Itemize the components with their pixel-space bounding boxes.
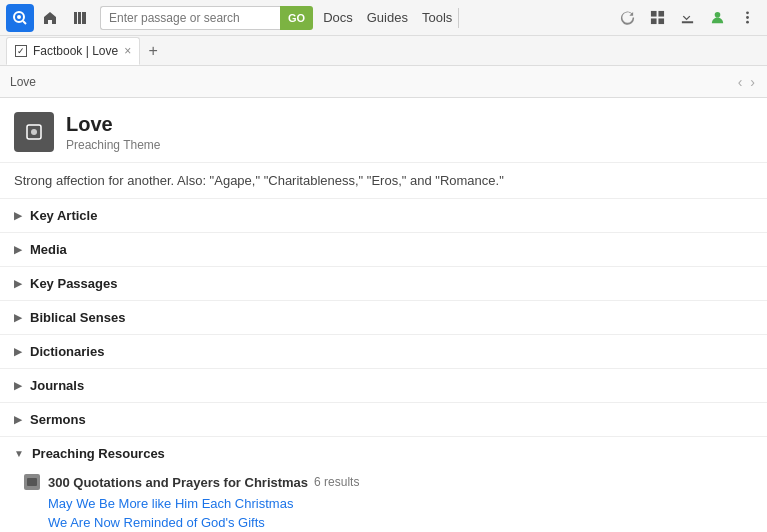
section-journals-header[interactable]: ▶ Journals <box>0 369 767 402</box>
section-preaching-resources-header[interactable]: ▼ Preaching Resources <box>0 437 767 470</box>
section-key-passages: ▶ Key Passages <box>0 267 767 301</box>
tab-checkbox-icon: ✓ <box>15 45 27 57</box>
go-button[interactable]: GO <box>280 6 313 30</box>
svg-rect-7 <box>658 11 664 17</box>
nav-next-button[interactable]: › <box>748 74 757 90</box>
svg-point-12 <box>746 16 749 19</box>
section-journals: ▶ Journals <box>0 369 767 403</box>
section-key-passages-header[interactable]: ▶ Key Passages <box>0 267 767 300</box>
chevron-right-icon: ▶ <box>14 380 22 391</box>
library-icon[interactable] <box>66 4 94 32</box>
chevron-right-icon: ▶ <box>14 278 22 289</box>
nav-separator <box>458 8 459 28</box>
section-media-label: Media <box>30 242 67 257</box>
section-biblical-senses-label: Biblical Senses <box>30 310 125 325</box>
search-container: GO <box>100 6 313 30</box>
svg-rect-6 <box>650 11 656 17</box>
section-biblical-senses-header[interactable]: ▶ Biblical Senses <box>0 301 767 334</box>
app-logo[interactable] <box>6 4 34 32</box>
chevron-right-icon: ▶ <box>14 414 22 425</box>
nav-arrows: ‹ › <box>736 74 757 90</box>
topic-icon <box>14 112 54 152</box>
section-preaching-resources-label: Preaching Resources <box>32 446 165 461</box>
more-icon[interactable] <box>733 4 761 32</box>
chevron-right-icon: ▶ <box>14 346 22 357</box>
topic-description: Strong affection for another. Also: "Aga… <box>0 163 767 199</box>
guides-link[interactable]: Guides <box>367 10 408 25</box>
resource-title: 300 Quotations and Prayers for Christmas <box>48 475 308 490</box>
resource-count: 6 results <box>314 475 359 489</box>
user-icon[interactable] <box>703 4 731 32</box>
svg-line-2 <box>23 21 26 24</box>
topic-subtitle: Preaching Theme <box>66 138 161 152</box>
preaching-resources-content: 300 Quotations and Prayers for Christmas… <box>0 470 767 532</box>
section-key-article-label: Key Article <box>30 208 97 223</box>
chevron-right-icon: ▶ <box>14 210 22 221</box>
section-dictionaries: ▶ Dictionaries <box>0 335 767 369</box>
topic-info: Love Preaching Theme <box>66 113 161 152</box>
resource-link-0[interactable]: May We Be More like Him Each Christmas <box>24 494 753 513</box>
section-sermons: ▶ Sermons <box>0 403 767 437</box>
section-media-header[interactable]: ▶ Media <box>0 233 767 266</box>
resource-link-1[interactable]: We Are Now Reminded of God's Gifts <box>24 513 753 532</box>
svg-point-13 <box>746 21 749 24</box>
tab-add-button[interactable]: + <box>142 40 164 62</box>
chevron-right-icon: ▶ <box>14 312 22 323</box>
resource-book-icon <box>24 474 40 490</box>
resource-item: 300 Quotations and Prayers for Christmas… <box>24 474 753 490</box>
section-journals-label: Journals <box>30 378 84 393</box>
search-input[interactable] <box>100 6 280 30</box>
docs-link[interactable]: Docs <box>323 10 353 25</box>
refresh-icon[interactable] <box>613 4 641 32</box>
section-key-article: ▶ Key Article <box>0 199 767 233</box>
svg-rect-5 <box>82 12 86 24</box>
tab-label: Factbook | Love <box>33 44 118 58</box>
export-icon[interactable] <box>673 4 701 32</box>
svg-rect-8 <box>650 18 656 24</box>
nav-right <box>613 4 761 32</box>
chevron-down-icon: ▼ <box>14 448 24 459</box>
section-key-article-header[interactable]: ▶ Key Article <box>0 199 767 232</box>
section-key-passages-label: Key Passages <box>30 276 117 291</box>
svg-rect-4 <box>78 12 81 24</box>
layout-icon[interactable] <box>643 4 671 32</box>
panel-header: Love ‹ › <box>0 66 767 98</box>
section-sermons-header[interactable]: ▶ Sermons <box>0 403 767 436</box>
nav-prev-button[interactable]: ‹ <box>736 74 745 90</box>
top-nav: GO Docs Guides Tools <box>0 0 767 36</box>
topic-title: Love <box>66 113 161 136</box>
section-dictionaries-label: Dictionaries <box>30 344 104 359</box>
svg-rect-3 <box>74 12 77 24</box>
nav-text-links: Docs Guides Tools <box>323 10 452 25</box>
svg-rect-9 <box>658 18 664 24</box>
section-sermons-label: Sermons <box>30 412 86 427</box>
breadcrumb: Love <box>10 75 736 89</box>
tab-factbook-love[interactable]: ✓ Factbook | Love × <box>6 37 140 65</box>
svg-point-1 <box>17 15 21 19</box>
tab-close-button[interactable]: × <box>124 44 131 58</box>
svg-point-11 <box>746 11 749 14</box>
section-preaching-resources: ▼ Preaching Resources 300 Quotations and… <box>0 437 767 532</box>
home-icon[interactable] <box>36 4 64 32</box>
tabs-bar: ✓ Factbook | Love × + <box>0 36 767 66</box>
content-area: Love Preaching Theme Strong affection fo… <box>0 98 767 532</box>
section-dictionaries-header[interactable]: ▶ Dictionaries <box>0 335 767 368</box>
chevron-right-icon: ▶ <box>14 244 22 255</box>
section-biblical-senses: ▶ Biblical Senses <box>0 301 767 335</box>
svg-point-10 <box>714 12 720 18</box>
section-media: ▶ Media <box>0 233 767 267</box>
svg-point-15 <box>31 129 37 135</box>
topic-header: Love Preaching Theme <box>0 98 767 163</box>
tools-link[interactable]: Tools <box>422 10 452 25</box>
